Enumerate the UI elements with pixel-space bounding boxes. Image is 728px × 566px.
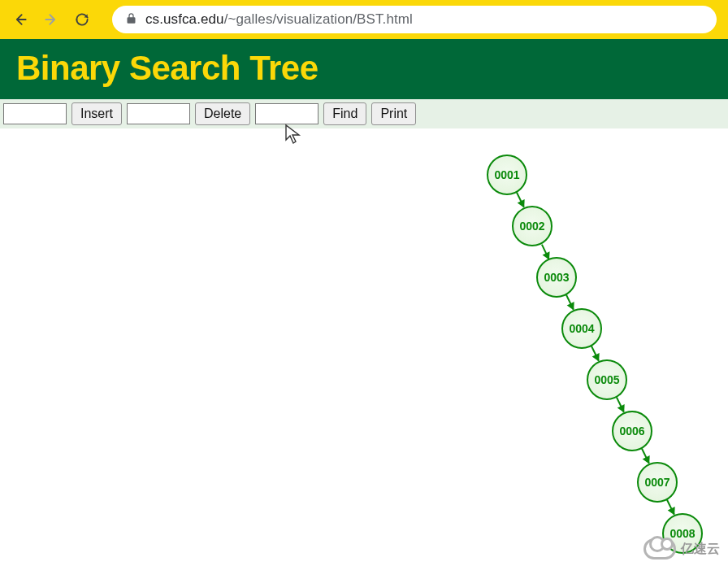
insert-button[interactable]: Insert bbox=[72, 102, 122, 125]
find-button[interactable]: Find bbox=[323, 102, 366, 125]
address-bar[interactable]: cs.usfca.edu/~galles/visualization/BST.h… bbox=[112, 6, 717, 33]
tree-node[interactable]: 0004 bbox=[561, 308, 602, 349]
page-header: Binary Search Tree bbox=[0, 39, 728, 99]
watermark: 亿速云 bbox=[644, 538, 720, 559]
lock-icon bbox=[125, 12, 137, 28]
reload-icon bbox=[74, 11, 90, 28]
delete-input[interactable] bbox=[127, 103, 190, 124]
find-input[interactable] bbox=[255, 103, 318, 124]
forward-button[interactable] bbox=[42, 11, 60, 28]
tree-edge bbox=[641, 449, 650, 464]
tree-edge bbox=[541, 244, 549, 259]
reload-button[interactable] bbox=[73, 11, 91, 28]
visualization-canvas[interactable]: 00010002000300040005000600070008 bbox=[0, 128, 728, 566]
control-toolbar: Insert Delete Find Print bbox=[0, 99, 728, 128]
tree-node[interactable]: 0007 bbox=[637, 462, 678, 503]
arrow-left-icon bbox=[12, 11, 28, 28]
url-host: cs.usfca.edu bbox=[145, 11, 224, 27]
print-button[interactable]: Print bbox=[371, 102, 416, 125]
back-button[interactable] bbox=[11, 11, 29, 28]
url-text: cs.usfca.edu/~galles/visualization/BST.h… bbox=[145, 11, 413, 28]
cloud-icon bbox=[644, 538, 676, 559]
tree-edge bbox=[566, 295, 574, 311]
tree-node[interactable]: 0002 bbox=[512, 206, 552, 246]
tree-edge bbox=[616, 398, 625, 413]
tree-edge bbox=[666, 500, 675, 516]
insert-input[interactable] bbox=[3, 103, 67, 124]
page-title: Binary Search Tree bbox=[16, 49, 712, 88]
tree-node[interactable]: 0005 bbox=[587, 359, 627, 400]
delete-button[interactable]: Delete bbox=[195, 102, 250, 125]
watermark-text: 亿速云 bbox=[681, 541, 720, 558]
tree-node[interactable]: 0001 bbox=[487, 155, 527, 195]
url-path: /~galles/visualization/BST.html bbox=[224, 11, 413, 27]
tree-edge bbox=[516, 193, 525, 208]
tree-node[interactable]: 0003 bbox=[536, 257, 577, 298]
tree-edge bbox=[591, 346, 600, 362]
tree-node[interactable]: 0006 bbox=[612, 411, 652, 451]
arrow-right-icon bbox=[43, 11, 59, 28]
browser-toolbar: cs.usfca.edu/~galles/visualization/BST.h… bbox=[0, 0, 728, 39]
